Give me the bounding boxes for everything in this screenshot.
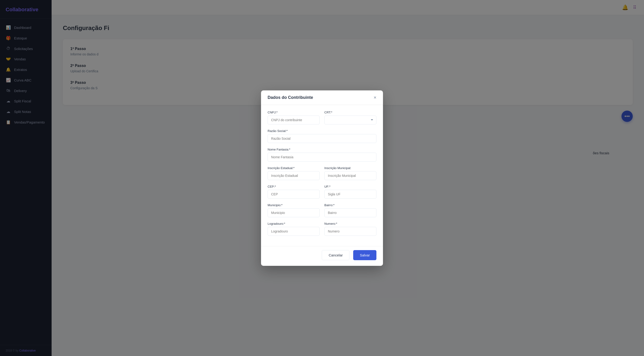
razao-social-input[interactable]: [268, 134, 376, 143]
modal-close-button[interactable]: ×: [374, 95, 376, 100]
logradouro-numero-row: Logradouro:* Numero:*: [268, 222, 376, 236]
municipio-bairro-row: Municipio:* Bairro:*: [268, 203, 376, 217]
uf-group: UF:*: [324, 185, 376, 199]
municipio-input[interactable]: [268, 208, 320, 217]
logradouro-label: Logradouro:*: [268, 222, 320, 225]
cep-uf-row: CEP:* UF:*: [268, 185, 376, 199]
inscricao-municipal-input[interactable]: [324, 171, 376, 180]
inscricao-estadual-input[interactable]: [268, 171, 320, 180]
numero-label: Numero:*: [324, 222, 376, 225]
nome-fantasia-label: Nome Fantasia:*: [268, 148, 376, 151]
crt-label: CRT:*: [324, 111, 376, 114]
cnpj-crt-row: CNPJ:* CRT:* 1 - Simples Nacional 2 - Si…: [268, 111, 376, 124]
uf-label: UF:*: [324, 185, 376, 188]
cnpj-input[interactable]: [268, 115, 320, 124]
uf-input[interactable]: [324, 190, 376, 199]
logradouro-group: Logradouro:*: [268, 222, 320, 236]
logradouro-input[interactable]: [268, 227, 320, 236]
nome-fantasia-input[interactable]: [268, 153, 376, 161]
razao-social-group: Razão Social:*: [268, 129, 376, 143]
nome-fantasia-group: Nome Fantasia:*: [268, 148, 376, 161]
inscricao-municipal-label: Inscrição Municipal:: [324, 166, 376, 170]
inscricao-estadual-group: Inscrição Estadual:*: [268, 166, 320, 180]
modal-body: CNPJ:* CRT:* 1 - Simples Nacional 2 - Si…: [261, 105, 383, 246]
modal-header: Dados do Contribuinte ×: [261, 90, 383, 105]
cep-label: CEP:*: [268, 185, 320, 188]
cep-input[interactable]: [268, 190, 320, 199]
modal-footer: Cancelar Salvar: [261, 246, 383, 266]
inscricao-row: Inscrição Estadual:* Inscrição Municipal…: [268, 166, 376, 180]
cancel-button[interactable]: Cancelar: [322, 250, 350, 260]
razao-social-label: Razão Social:*: [268, 129, 376, 133]
municipio-label: Municipio:*: [268, 203, 320, 207]
bairro-input[interactable]: [324, 208, 376, 217]
modal-overlay: Dados do Contribuinte × CNPJ:* CRT:* 1 -…: [0, 0, 644, 356]
save-button[interactable]: Salvar: [353, 250, 376, 260]
cnpj-label: CNPJ:*: [268, 111, 320, 114]
numero-group: Numero:*: [324, 222, 376, 236]
cep-group: CEP:*: [268, 185, 320, 199]
cnpj-group: CNPJ:*: [268, 111, 320, 124]
bairro-group: Bairro:*: [324, 203, 376, 217]
razao-social-row: Razão Social:*: [268, 129, 376, 143]
inscricao-municipal-group: Inscrição Municipal:: [324, 166, 376, 180]
bairro-label: Bairro:*: [324, 203, 376, 207]
crt-select[interactable]: 1 - Simples Nacional 2 - Simples Naciona…: [324, 115, 376, 124]
modal: Dados do Contribuinte × CNPJ:* CRT:* 1 -…: [261, 90, 383, 266]
nome-fantasia-row: Nome Fantasia:*: [268, 148, 376, 161]
numero-input[interactable]: [324, 227, 376, 236]
modal-title: Dados do Contribuinte: [268, 95, 313, 100]
inscricao-estadual-label: Inscrição Estadual:*: [268, 166, 320, 170]
crt-group: CRT:* 1 - Simples Nacional 2 - Simples N…: [324, 111, 376, 124]
municipio-group: Municipio:*: [268, 203, 320, 217]
